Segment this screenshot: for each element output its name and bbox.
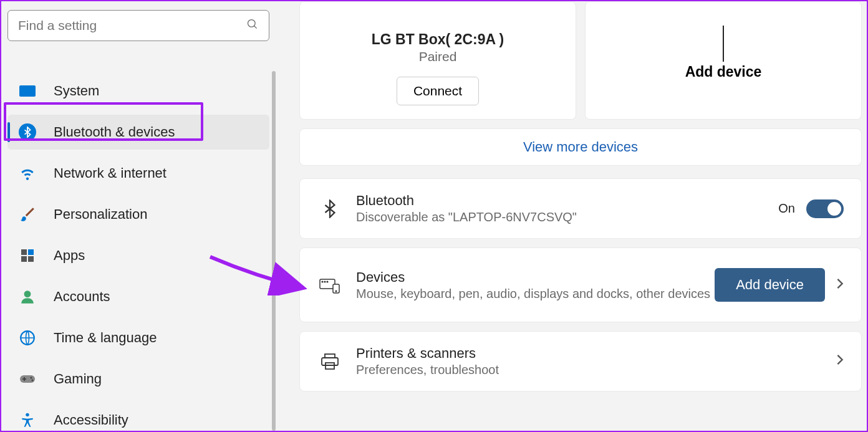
search-input[interactable] (18, 18, 246, 33)
svg-point-13 (26, 413, 29, 416)
add-device-label: Add device (685, 64, 762, 80)
bluetooth-icon (19, 123, 36, 141)
devices-title: Devices (356, 269, 715, 286)
add-device-button[interactable]: Add device (715, 268, 825, 302)
svg-rect-4 (21, 256, 27, 262)
add-device-card[interactable]: Add device (585, 1, 862, 120)
nav-accounts[interactable]: Accounts (7, 279, 269, 314)
svg-point-19 (335, 290, 337, 292)
nav-apps[interactable]: Apps (7, 238, 269, 273)
view-more-devices-link[interactable]: View more devices (299, 128, 862, 166)
toggle-state-label: On (778, 201, 795, 216)
sidebar: System Bluetooth & devices Network & int… (1, 1, 276, 431)
device-name: LG BT Box( 2C:9A ) (372, 31, 504, 48)
globe-clock-icon (19, 329, 36, 347)
brush-icon (19, 206, 36, 223)
printers-title: Printers & scanners (356, 345, 836, 362)
connect-button[interactable]: Connect (397, 77, 479, 105)
nav-bluetooth-devices[interactable]: Bluetooth & devices (7, 115, 269, 150)
svg-point-17 (327, 281, 328, 282)
person-icon (19, 288, 36, 305)
svg-rect-3 (28, 249, 34, 255)
bluetooth-subtitle: Discoverable as "LAPTOP-6NV7CSVQ" (356, 210, 778, 224)
nav-label: Personalization (54, 206, 147, 223)
bluetooth-icon (317, 199, 342, 218)
svg-rect-22 (326, 363, 334, 369)
nav-accessibility[interactable]: Accessibility (7, 403, 269, 432)
nav-list: System Bluetooth & devices Network & int… (7, 74, 269, 432)
nav-label: System (54, 83, 99, 99)
chevron-right-icon (836, 353, 844, 369)
gamepad-icon (19, 370, 36, 388)
nav-label: Apps (54, 247, 85, 264)
wifi-icon (19, 165, 36, 182)
nav-system[interactable]: System (7, 74, 269, 108)
printers-subtitle: Preferences, troubleshoot (356, 363, 836, 377)
bluetooth-panel[interactable]: Bluetooth Discoverable as "LAPTOP-6NV7CS… (299, 178, 862, 239)
device-status: Paired (419, 49, 457, 64)
printer-icon (317, 352, 342, 371)
chevron-right-icon (836, 277, 844, 293)
nav-label: Network & internet (54, 165, 166, 181)
nav-gaming[interactable]: Gaming (7, 362, 269, 396)
devices-panel[interactable]: Devices Mouse, keyboard, pen, audio, dis… (299, 247, 862, 322)
nav-network[interactable]: Network & internet (7, 156, 269, 191)
bluetooth-toggle[interactable] (806, 199, 844, 218)
content-area: LG BT Box( 2C:9A ) Paired Connect Add de… (276, 1, 867, 431)
paired-device-card[interactable]: LG BT Box( 2C:9A ) Paired Connect (299, 1, 576, 120)
nav-label: Gaming (54, 371, 102, 387)
devices-icon (317, 276, 342, 294)
svg-rect-12 (24, 377, 25, 381)
nav-label: Accounts (54, 289, 110, 305)
nav-label: Accessibility (54, 412, 128, 428)
svg-point-15 (322, 281, 323, 282)
monitor-icon (19, 82, 36, 100)
svg-rect-2 (21, 249, 27, 255)
svg-point-6 (24, 290, 31, 297)
svg-rect-20 (325, 354, 335, 358)
nav-time-language[interactable]: Time & language (7, 320, 269, 355)
svg-line-1 (254, 26, 257, 29)
svg-point-0 (248, 20, 256, 27)
svg-rect-21 (322, 358, 338, 365)
svg-rect-5 (28, 256, 34, 262)
nav-personalization[interactable]: Personalization (7, 197, 269, 232)
search-box[interactable] (7, 10, 269, 41)
plus-icon (723, 26, 724, 62)
svg-point-10 (32, 380, 34, 382)
apps-icon (19, 247, 36, 264)
devices-subtitle: Mouse, keyboard, pen, audio, displays an… (356, 287, 715, 301)
svg-point-16 (324, 281, 326, 282)
svg-point-9 (31, 377, 32, 379)
view-more-label[interactable]: View more devices (523, 139, 638, 155)
accessibility-icon (19, 411, 36, 429)
nav-label: Bluetooth & devices (54, 124, 175, 140)
printers-panel[interactable]: Printers & scanners Preferences, trouble… (299, 331, 862, 391)
bluetooth-title: Bluetooth (356, 193, 778, 209)
svg-rect-8 (20, 375, 35, 383)
search-icon (246, 18, 259, 33)
nav-label: Time & language (54, 330, 157, 346)
